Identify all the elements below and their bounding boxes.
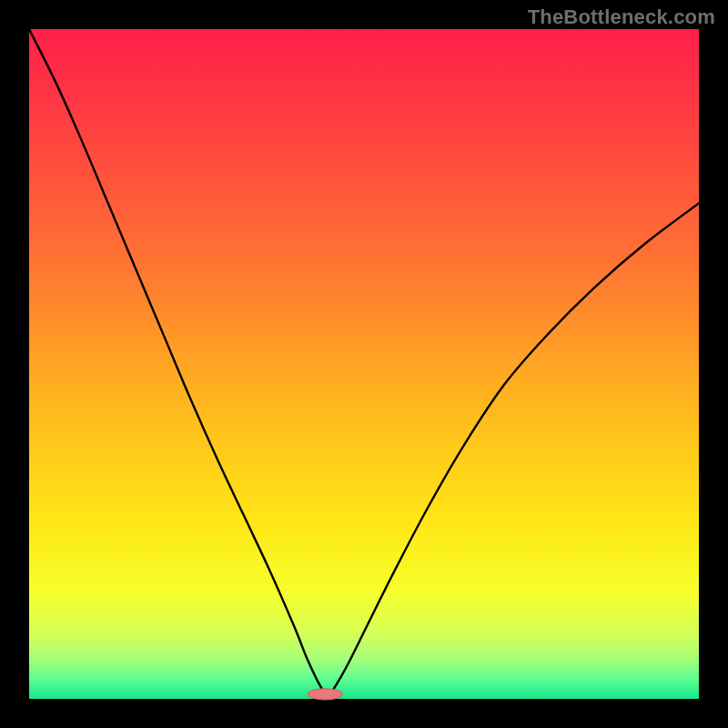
- chart-stage: { "watermark": "TheBottleneck.com", "col…: [0, 0, 728, 728]
- bottleneck-chart: [0, 0, 728, 728]
- plot-background: [29, 29, 699, 699]
- watermark-label: TheBottleneck.com: [528, 5, 715, 29]
- optimum-marker: [308, 689, 342, 700]
